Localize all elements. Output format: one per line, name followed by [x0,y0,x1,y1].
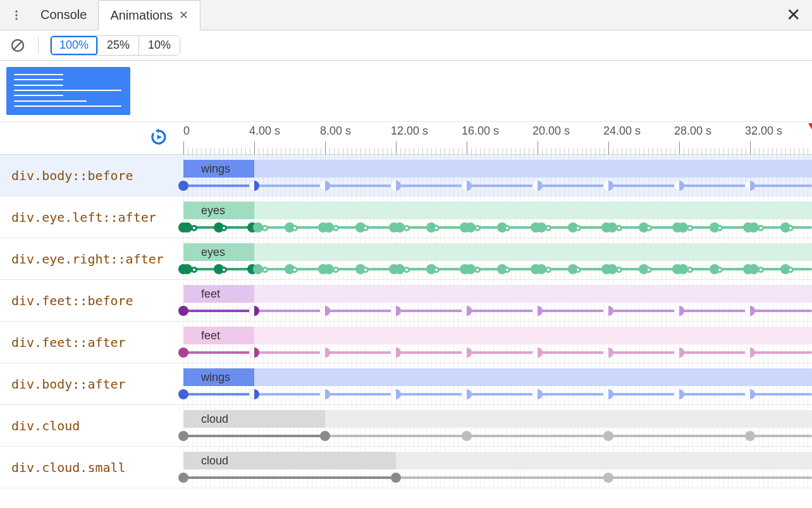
track-lane[interactable]: cloud [183,447,812,488]
more-options-icon[interactable] [4,0,29,30]
speed-100-button[interactable]: 100% [51,36,98,55]
keyframe-dot[interactable] [717,267,723,273]
keyframe-dot[interactable] [403,225,410,231]
keyframe-dot[interactable] [403,267,410,273]
keyframe-dot[interactable] [504,267,510,273]
track-row[interactable]: div.eye.right::aftereyes [0,238,812,280]
keyframe-dot[interactable] [249,181,259,191]
keyframe-dot[interactable] [433,225,440,231]
keyframe-dot[interactable] [674,306,684,316]
keyframe-dot[interactable] [674,348,684,358]
keyframe-dot[interactable] [221,267,227,273]
keyframe-dot[interactable] [333,267,339,273]
keyframe-dot[interactable] [603,306,613,316]
keyframe-dot[interactable] [787,225,794,231]
keyframe-dot[interactable] [191,267,197,273]
animation-group-thumbnail[interactable] [6,67,130,115]
keyframe-dot[interactable] [462,389,472,399]
keyframe-dot[interactable] [603,431,613,441]
keyframe-dot[interactable] [603,181,613,191]
keyframe-dot[interactable] [320,348,330,358]
keyframe-dot[interactable] [362,267,369,273]
replay-icon[interactable] [149,128,168,149]
keyframe-dot[interactable] [545,225,551,231]
keyframe-dot[interactable] [787,267,794,273]
keyframe-dot[interactable] [532,389,543,399]
keyframe-dot[interactable] [178,389,188,399]
close-panel-icon[interactable]: ✕ [780,0,806,30]
keyframe-dot[interactable] [249,348,259,358]
keyframe-dot[interactable] [391,389,401,399]
keyframe-dot[interactable] [745,389,755,399]
keyframe-dot[interactable] [745,431,755,441]
speed-25-button[interactable]: 25% [98,36,139,55]
keyframe-dot[interactable] [575,225,581,231]
keyframe-dot[interactable] [474,225,481,231]
keyframe-dot[interactable] [262,267,268,273]
track-lane[interactable]: feet [183,322,812,363]
keyframe-dot[interactable] [687,267,693,273]
keyframe-dot[interactable] [758,225,764,231]
keyframe-dot[interactable] [333,225,339,231]
tab-console[interactable]: Console [29,0,98,30]
keyframe-dot[interactable] [391,348,401,358]
speed-10-button[interactable]: 10% [139,36,180,55]
keyframe-dot[interactable] [717,225,723,231]
track-row[interactable]: div.eye.left::aftereyes [0,197,812,238]
track-row[interactable]: div.feet::beforefeet [0,280,812,322]
keyframe-dot[interactable] [178,431,188,441]
tab-animations[interactable]: Animations ✕ [98,0,200,30]
keyframe-dot[interactable] [674,181,684,191]
track-lane[interactable]: cloud [183,405,812,446]
keyframe-dot[interactable] [362,225,369,231]
keyframe-dot[interactable] [221,225,227,231]
track-row[interactable]: div.cloud.smallcloud [0,447,812,488]
keyframe-dot[interactable] [603,473,613,483]
keyframe-dot[interactable] [745,348,755,358]
keyframe-dot[interactable] [616,267,622,273]
keyframe-dot[interactable] [674,389,684,399]
keyframe-dot[interactable] [262,225,268,231]
keyframe-dot[interactable] [745,306,755,316]
keyframe-dot[interactable] [249,389,259,399]
track-lane[interactable]: wings [183,363,812,404]
keyframe-dot[interactable] [545,267,551,273]
keyframe-dot[interactable] [474,267,481,273]
keyframe-dot[interactable] [320,181,330,191]
keyframe-dot[interactable] [462,306,472,316]
keyframe-dot[interactable] [462,348,472,358]
keyframe-dot[interactable] [646,267,652,273]
keyframe-dot[interactable] [292,225,298,231]
keyframe-dot[interactable] [178,473,188,483]
keyframe-dot[interactable] [687,225,693,231]
keyframe-dot[interactable] [178,222,188,233]
track-row[interactable]: div.body::beforewings [0,155,812,197]
track-lane[interactable]: feet [183,280,812,321]
keyframe-dot[interactable] [603,348,613,358]
keyframe-dot[interactable] [745,181,755,191]
keyframe-dot[interactable] [178,348,188,358]
keyframe-dot[interactable] [320,389,330,399]
keyframe-dot[interactable] [391,306,401,316]
track-lane[interactable]: eyes [183,238,812,279]
keyframe-dot[interactable] [292,267,298,273]
clear-icon[interactable] [9,37,27,54]
close-tab-icon[interactable]: ✕ [179,8,188,22]
track-lane[interactable]: eyes [183,197,812,238]
keyframe-dot[interactable] [616,225,622,231]
keyframe-dot[interactable] [532,181,543,191]
keyframe-dot[interactable] [504,225,510,231]
keyframe-dot[interactable] [178,181,188,191]
keyframe-dot[interactable] [532,348,543,358]
keyframe-dot[interactable] [178,306,188,316]
timeline-ruler[interactable]: 04.00 s8.00 s12.00 s16.00 s20.00 s24.00 … [0,122,812,155]
keyframe-dot[interactable] [646,225,652,231]
keyframe-dot[interactable] [320,431,330,441]
keyframe-dot[interactable] [433,267,440,273]
keyframe-dot[interactable] [758,267,764,273]
keyframe-dot[interactable] [575,267,581,273]
keyframe-dot[interactable] [320,306,330,316]
track-row[interactable]: div.feet::afterfeet [0,322,812,363]
keyframe-dot[interactable] [462,181,472,191]
keyframe-dot[interactable] [191,225,197,231]
